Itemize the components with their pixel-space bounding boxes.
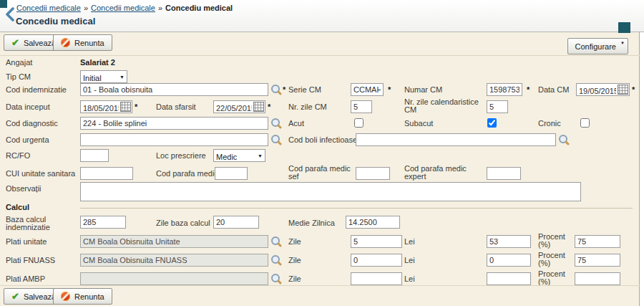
loc-prescriere-select[interactable]: Medic xyxy=(214,151,265,163)
back-icon[interactable] xyxy=(4,7,15,21)
plati-unitate-lookup-icon[interactable] xyxy=(271,236,282,247)
plati-fnuass-input xyxy=(80,254,268,267)
cod-indemnizatie-input[interactable] xyxy=(80,83,268,96)
plati-unitate-procent-input[interactable] xyxy=(575,235,620,248)
cod-parafa-medic-sef-input[interactable] xyxy=(356,167,390,180)
row-rc-fo: RC/FO Loc prescriere Medic ▼ xyxy=(0,148,640,164)
cod-diagnostic-label: Cod diagnostic xyxy=(6,119,58,128)
cancel-button-label: Renunta xyxy=(74,292,104,301)
data-cm-input[interactable] xyxy=(577,85,616,97)
observatii-textarea[interactable] xyxy=(80,182,581,201)
bottom-toolbar-divider xyxy=(0,285,640,286)
cod-boli-infectioase-label: Cod boli infectioase xyxy=(288,135,357,144)
page-header: Concedii medicale»Concedii medicale»Conc… xyxy=(0,0,644,32)
data-sfarsit-input[interactable] xyxy=(214,102,252,114)
nr-zile-cm-label: Nr. zile CM xyxy=(288,102,327,111)
cronic-label: Cronic xyxy=(538,119,561,128)
medie-zilnica-input[interactable] xyxy=(346,216,400,229)
lei-col-label: Lei xyxy=(404,274,415,283)
corner-accent-right xyxy=(618,22,630,33)
plati-unitate-label: Plati unitate xyxy=(6,237,47,246)
cod-boli-infectioase-lookup-icon[interactable] xyxy=(559,135,570,145)
cod-boli-infectioase-input[interactable] xyxy=(356,133,556,146)
row-cod-urgenta: Cod urgenta Cod boli infectioase xyxy=(0,133,640,148)
breadcrumb-link-concedii-medicale-1[interactable]: Concedii medicale xyxy=(16,4,81,12)
calcul-section-divider xyxy=(80,208,633,209)
data-inceput-field xyxy=(80,100,132,113)
procent-col-label: Procent (%) xyxy=(538,270,571,286)
tip-cm-label: Tip CM xyxy=(6,72,31,81)
procent-col-label: Procent (%) xyxy=(538,252,571,267)
breadcrumb-link-concedii-medicale-2[interactable]: Concedii medicale xyxy=(91,4,155,12)
required-marker: * xyxy=(135,102,137,111)
breadcrumb-separator: » xyxy=(84,4,88,12)
plati-fnuass-lookup-icon[interactable] xyxy=(271,255,282,266)
cod-urgenta-input[interactable] xyxy=(80,133,268,146)
zile-baza-calcul-label: Zile baza calcul xyxy=(156,219,210,227)
cod-urgenta-label: Cod urgenta xyxy=(6,135,49,144)
plati-ambp-procent-input[interactable] xyxy=(575,272,620,285)
rc-fo-input[interactable] xyxy=(80,149,109,162)
cancel-button-bottom[interactable]: Renunta xyxy=(53,288,112,305)
nr-zile-cm-input[interactable] xyxy=(351,100,372,113)
cui-unitate-sanitara-input[interactable] xyxy=(80,167,133,180)
acut-checkbox[interactable] xyxy=(354,118,364,128)
required-marker: * xyxy=(527,85,530,94)
row-tip-cm: Tip CM Initial ▼ xyxy=(0,70,640,84)
cod-diagnostic-lookup-icon[interactable] xyxy=(271,118,282,129)
plati-fnuass-procent-input[interactable] xyxy=(575,254,620,267)
calendar-icon[interactable] xyxy=(618,85,628,95)
cod-parafa-medic-expert-label: Cod parafa medic expert xyxy=(404,165,467,181)
data-inceput-input[interactable] xyxy=(81,102,119,114)
subacut-checkbox[interactable] xyxy=(487,118,497,128)
row-baza-calcul: Baza calcul indemnizatie Zile baza calcu… xyxy=(0,214,640,233)
app-window: Concedii medicale»Concedii medicale»Conc… xyxy=(0,0,644,306)
plati-fnuass-lei-input[interactable] xyxy=(487,254,531,267)
zile-baza-calcul-input[interactable] xyxy=(213,216,259,229)
cod-urgenta-lookup-icon[interactable] xyxy=(271,135,282,145)
top-toolbar: ✔ Salvează Renunta Configurare ▼ xyxy=(0,34,640,53)
procent-col-label: Procent (%) xyxy=(538,233,571,249)
loc-prescriere-label: Loc prescriere xyxy=(156,151,206,160)
form-panel: ✔ Salvează Renunta Configurare ▼ Angajat… xyxy=(0,32,640,306)
row-cui-parafe: CUI unitate sanitara Cod parafa medic Co… xyxy=(0,164,640,183)
plati-unitate-zile-input[interactable] xyxy=(351,235,402,248)
observatii-label: Observații xyxy=(6,184,42,193)
right-gutter xyxy=(640,32,644,306)
cronic-checkbox[interactable] xyxy=(580,118,590,128)
cod-parafa-medic-expert-input[interactable] xyxy=(487,167,521,180)
row-cod-indemnizatie: Cod indemnizatie * Serie CM * Numar CM *… xyxy=(0,82,640,98)
required-marker: * xyxy=(632,85,635,94)
rc-fo-label: RC/FO xyxy=(6,151,30,160)
plati-fnuass-zile-input[interactable] xyxy=(351,254,402,267)
calendar-icon[interactable] xyxy=(253,102,264,112)
serie-cm-input[interactable] xyxy=(351,83,384,96)
checkmark-icon: ✔ xyxy=(11,38,19,47)
data-sfarsit-label: Data sfarsit xyxy=(156,102,196,111)
plati-ambp-lookup-icon[interactable] xyxy=(271,274,282,285)
baza-calcul-indemnizatie-label: Baza calcul indemnizatie xyxy=(6,216,64,231)
row-plati-unitate: Plati unitate Zile Lei Procent (%) xyxy=(0,234,640,252)
calcul-section-label: Calcul xyxy=(6,203,29,211)
cod-indemnizatie-lookup-icon[interactable] xyxy=(271,85,282,95)
page-title: Concediu medical xyxy=(16,16,95,27)
zile-col-label: Zile xyxy=(288,256,301,264)
nr-zile-calendaristice-cm-input[interactable] xyxy=(487,100,508,113)
row-angajat: Angajat Salariat 2 xyxy=(0,57,640,68)
breadcrumb: Concedii medicale»Concedii medicale»Conc… xyxy=(16,4,233,12)
tip-cm-select-wrap: Initial ▼ xyxy=(80,70,127,83)
cod-diagnostic-input[interactable] xyxy=(80,117,268,130)
loc-prescriere-select-wrap: Medic ▼ xyxy=(213,149,265,162)
plati-ambp-lei-input[interactable] xyxy=(487,272,531,285)
plati-unitate-lei-input[interactable] xyxy=(487,235,531,248)
numar-cm-input[interactable] xyxy=(487,83,522,96)
configure-button[interactable]: Configurare ▼ xyxy=(567,38,628,54)
save-button-label: Salvează xyxy=(24,39,56,47)
cod-parafa-medic-input[interactable] xyxy=(215,167,248,180)
plati-ambp-zile-input[interactable] xyxy=(351,272,402,285)
required-marker: * xyxy=(283,85,286,94)
calendar-icon[interactable] xyxy=(120,102,131,112)
cancel-button[interactable]: Renunta xyxy=(53,34,112,51)
baza-calcul-indemnizatie-input[interactable] xyxy=(80,216,126,229)
cui-unitate-sanitara-label: CUI unitate sanitara xyxy=(6,169,75,178)
